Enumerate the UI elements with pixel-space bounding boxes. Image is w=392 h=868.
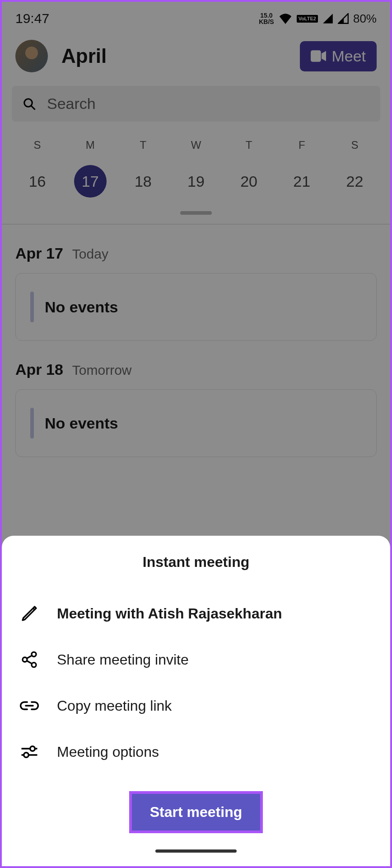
- sheet-title: Instant meeting: [20, 554, 372, 571]
- svg-point-11: [24, 753, 29, 758]
- sheet-item-label: Copy meeting link: [57, 698, 172, 714]
- share-invite-item[interactable]: Share meeting invite: [20, 637, 372, 683]
- navigation-handle[interactable]: [155, 849, 237, 853]
- sheet-item-label: Share meeting invite: [57, 651, 189, 668]
- meeting-options-item[interactable]: Meeting options: [20, 729, 372, 775]
- sheet-item-label: Meeting options: [57, 744, 159, 760]
- svg-point-5: [32, 663, 36, 667]
- link-icon: [20, 696, 39, 715]
- share-icon: [20, 650, 39, 669]
- pencil-icon: [20, 604, 39, 623]
- copy-link-item[interactable]: Copy meeting link: [20, 683, 372, 729]
- svg-point-3: [23, 657, 27, 662]
- svg-point-9: [30, 746, 35, 751]
- sliders-icon: [20, 742, 39, 761]
- start-meeting-label: Start meeting: [150, 804, 242, 820]
- bottom-sheet: Instant meeting Meeting with Atish Rajas…: [2, 536, 390, 866]
- sheet-item-label: Meeting with Atish Rajasekharan: [57, 605, 282, 622]
- svg-line-6: [27, 656, 32, 659]
- meeting-title-item[interactable]: Meeting with Atish Rajasekharan: [20, 590, 372, 637]
- start-meeting-button[interactable]: Start meeting: [129, 791, 263, 833]
- svg-line-7: [27, 661, 32, 664]
- svg-point-4: [32, 652, 36, 656]
